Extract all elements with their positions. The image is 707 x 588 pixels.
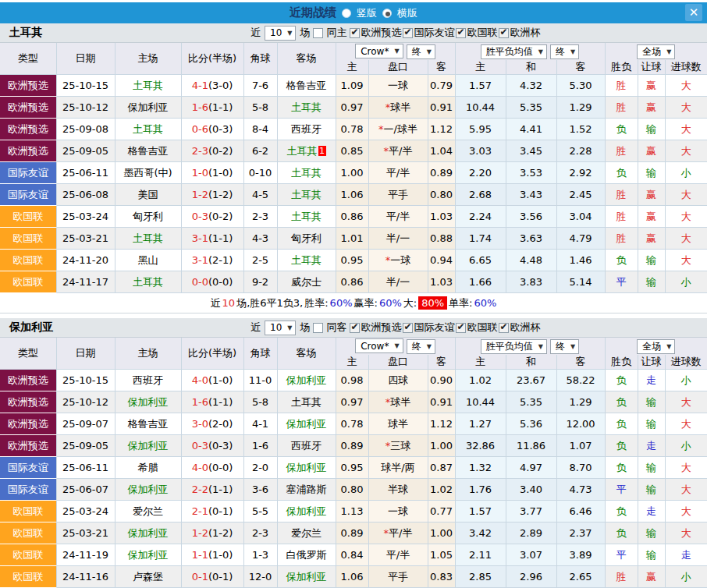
final-odds-select[interactable]: 终▼ [407,339,435,354]
same-venue-checkbox[interactable] [313,323,323,333]
table-row: 欧国联 25-03-21 保加利亚 1-2(1-2) 2-3 爱尔兰 0.89 … [0,522,707,544]
scope-group-header: 全场▼ [605,338,707,355]
away-odds: 0.80 [428,184,455,206]
final-odds-select[interactable]: 终▼ [407,44,435,59]
comp-checkbox-friendly[interactable] [403,323,413,333]
final-avg-select[interactable]: 终▼ [550,44,579,59]
col-type: 类型 [0,338,56,370]
avg-win-odds: 1.32 [455,457,506,479]
away-team: 匈牙利 [277,228,336,250]
comp-checkbox-friendly[interactable] [403,28,413,38]
home-team: 土耳其 [115,119,181,140]
home-odds: 0.78 [336,413,368,435]
match-date: 25-06-11 [56,457,115,479]
competition-badge: 国际友谊 [0,162,56,184]
comp-checkbox-qualifier[interactable] [350,323,360,333]
match-date: 25-03-24 [56,501,115,522]
filters-group: 近 10▼ 场 同客 欧洲预选 国际友谊 欧国联 欧洲杯 [248,318,541,337]
comp-checkbox-euro[interactable] [499,323,509,333]
score-cell: 0-3(0-2) [181,206,243,228]
final-avg-select[interactable]: 终▼ [550,339,579,354]
team-name: 土耳其 [0,26,42,40]
col-home: 主场 [115,43,181,75]
home-team: 美国 [115,184,181,206]
same-venue-checkbox[interactable] [313,28,323,38]
goals-flag: 大 [665,75,707,97]
chevron-down-icon: ▼ [538,48,543,55]
goals-flag: 小 [665,566,707,588]
match-date: 25-10-12 [56,391,115,413]
comp-checkbox-qualifier[interactable] [350,28,360,38]
close-icon[interactable]: ✕ [685,4,702,21]
table-row: 欧洲预选 25-09-08 土耳其 0-6(0-3) 8-4 西班牙 0.78 … [0,119,707,140]
match-date: 25-06-11 [56,162,115,184]
avg-select[interactable]: 胜平负均值▼ [481,44,547,59]
away-odds: 1.00 [428,435,455,457]
handicap-result-flag: 输 [638,250,665,271]
table-row: 欧国联 25-03-24 匈牙利 0-3(0-2) 2-3 土耳其 0.86 平… [0,206,707,228]
away-team: 爱尔兰 [277,522,336,544]
scope-select[interactable]: 全场▼ [637,44,675,59]
col-date: 日期 [56,338,115,370]
avg-win-odds: 1.02 [455,370,506,391]
away-odds: 1.12 [428,413,455,435]
result-flag: 负 [605,370,638,391]
table-row: 欧洲预选 25-10-12 保加利亚 1-6(1-1) 5-8 土耳其 0.97… [0,97,707,119]
comp-label-qualifier: 欧洲预选 [361,321,401,335]
table-row: 欧国联 24-11-17 土耳其 0-0(0-0) 9-2 威尔士 0.86 半… [0,271,707,293]
home-team: 西班牙 [115,370,181,391]
vertical-layout-label: 竖版 [357,6,377,20]
subcol-away-odds: 客 [428,355,455,370]
score-cell: 1-0(1-0) [181,162,243,184]
home-team: 土耳其 [115,271,181,293]
score-cell: 0-0(0-0) [181,271,243,293]
scope-select[interactable]: 全场▼ [637,339,675,354]
away-team: 保加利亚 [277,501,336,522]
goals-flag: 小 [665,370,707,391]
table-row: 欧洲预选 25-09-05 保加利亚 0-3(0-3) 1-6 西班牙 0.89… [0,435,707,457]
corner-count: 12-0 [243,566,277,588]
corner-count: 2-3 [243,522,277,544]
avg-win-odds: 2.24 [455,206,506,228]
handicap-result-flag: 输 [638,413,665,435]
horizontal-layout-radio[interactable] [382,9,392,18]
near-label: 近 [250,321,261,335]
handicap-result-flag: 走 [638,435,665,457]
away-odds: 0.77 [428,501,455,522]
match-count-select[interactable]: 10▼ [265,26,296,41]
handicap: 平手 [368,566,428,588]
odds-company-select[interactable]: Crow*▼ [355,44,403,58]
corner-count: 7-6 [243,75,277,97]
col-away: 客场 [277,338,336,370]
comp-checkbox-nations[interactable] [456,323,466,333]
goals-flag: 大 [665,457,707,479]
comp-checkbox-euro[interactable] [499,28,509,38]
away-odds: 0.91 [428,97,455,119]
avg-draw-odds: 4.97 [506,457,556,479]
avg-draw-odds: 3.56 [506,206,556,228]
vertical-layout-radio[interactable] [342,9,351,18]
avg-select[interactable]: 胜平负均值▼ [481,339,547,354]
avg-win-odds: 2.20 [455,162,506,184]
home-team: 黑山 [115,250,181,271]
handicap: *球半 [368,391,428,413]
competition-badge: 欧国联 [0,566,56,588]
handicap: 四球 [368,370,428,391]
competition-badge: 国际友谊 [0,457,56,479]
goals-flag: 大 [665,250,707,271]
avg-draw-odds: 4.41 [506,119,556,140]
handicap: 平手 [368,184,428,206]
match-count-select[interactable]: 10▼ [265,321,296,335]
odds-company-select[interactable]: Crow*▼ [355,338,403,353]
home-odds: 1.00 [336,162,368,184]
subcol-home-odds: 主 [336,60,368,75]
handicap: 球半/两 [368,457,428,479]
games-label: 场 [300,321,310,335]
odds-group-header: Crow*▼ 终▼ [336,338,455,355]
result-flag: 胜 [605,97,638,119]
avg-draw-odds: 2.89 [506,522,556,544]
avg-draw-odds: 3.07 [506,544,556,566]
comp-checkbox-nations[interactable] [456,28,466,38]
avg-lose-odds: 1.52 [556,119,605,140]
subcol-avg-lose: 客 [556,355,605,370]
